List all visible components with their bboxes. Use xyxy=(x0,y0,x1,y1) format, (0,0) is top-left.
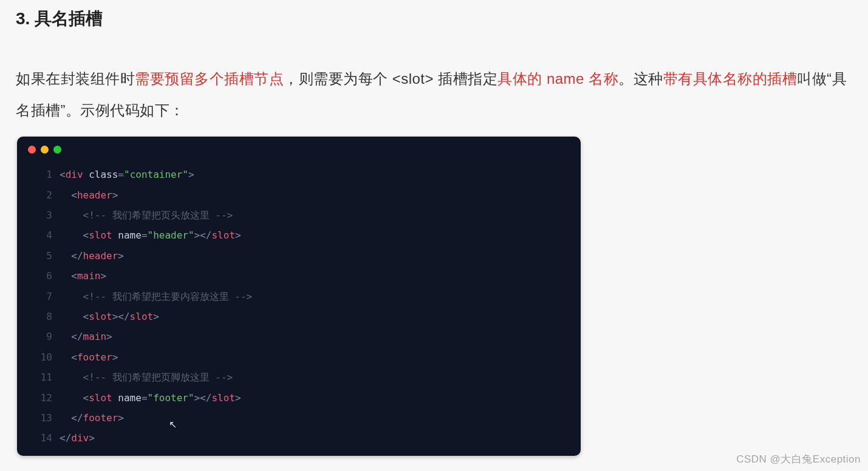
line-number: 14 xyxy=(17,428,60,448)
code-content: <div class="container"> xyxy=(60,164,581,185)
line-number: 6 xyxy=(17,266,60,286)
window-dot-minimize-icon xyxy=(41,146,49,154)
code-token: < xyxy=(71,270,77,282)
code-line: 1<div class="container"> xyxy=(17,164,581,185)
code-token: > xyxy=(194,229,200,241)
line-number: 10 xyxy=(17,347,60,367)
code-token: </ xyxy=(71,331,83,342)
code-token: < xyxy=(71,189,77,201)
code-token: = xyxy=(142,392,148,404)
code-body: 1<div class="container">2 <header>3 <!--… xyxy=(17,162,581,456)
code-token: "footer" xyxy=(148,392,194,404)
code-token xyxy=(112,392,118,404)
code-content: <!-- 我们希望把页脚放这里 --> xyxy=(60,367,581,387)
code-token xyxy=(60,189,71,201)
code-token: > xyxy=(153,311,159,322)
code-content: </div> xyxy=(60,428,581,448)
code-token: > xyxy=(118,250,124,262)
code-token: footer xyxy=(77,351,112,363)
code-token xyxy=(60,270,71,282)
code-content: <slot name="header"></slot> xyxy=(60,225,581,245)
code-token: header xyxy=(83,250,118,262)
code-line: 6 <main> xyxy=(17,266,581,286)
code-content: <header> xyxy=(60,185,581,205)
intro-highlight-1: 需要预留多个插槽节点 xyxy=(135,70,284,87)
code-token: < xyxy=(83,392,89,404)
code-token xyxy=(60,250,71,262)
line-number: 5 xyxy=(17,246,60,266)
code-content: <footer> xyxy=(60,347,581,367)
code-token: div xyxy=(66,169,83,180)
code-content: </footer> xyxy=(60,408,581,428)
code-line: 10 <footer> xyxy=(17,347,581,367)
code-token: > xyxy=(188,169,194,180)
code-token: < xyxy=(71,351,77,363)
code-content: </main> xyxy=(60,327,581,347)
code-token: > xyxy=(89,432,95,444)
code-content: <slot name="footer"></slot> xyxy=(60,388,581,408)
code-token: "container" xyxy=(124,169,188,180)
code-token: slot xyxy=(89,229,112,241)
watermark-text: CSDN @大白兔Exception xyxy=(736,452,861,466)
code-line: 7 <!-- 我们希望把主要内容放这里 --> xyxy=(17,286,581,307)
code-content: <main> xyxy=(60,266,581,286)
code-token: > xyxy=(112,351,118,363)
code-token: > xyxy=(235,392,241,404)
code-token: > xyxy=(112,311,118,322)
code-token: = xyxy=(118,169,124,180)
code-token: name xyxy=(118,229,142,241)
code-token xyxy=(83,169,89,180)
code-token: = xyxy=(142,229,148,241)
code-token xyxy=(60,229,83,241)
code-token: slot xyxy=(211,229,235,241)
line-number: 4 xyxy=(17,225,60,245)
section-title: 3. 具名插槽 xyxy=(16,7,852,30)
code-token: "header" xyxy=(148,229,194,241)
line-number: 7 xyxy=(17,286,60,307)
code-token: main xyxy=(77,270,101,282)
code-content: <slot></slot> xyxy=(60,307,581,327)
code-token: header xyxy=(77,189,112,201)
code-token: > xyxy=(118,412,124,424)
code-line: 9 </main> xyxy=(17,327,581,347)
intro-highlight-3: 带有具体名称的插槽 xyxy=(663,70,798,87)
line-number: 11 xyxy=(17,367,60,387)
intro-highlight-2: 具体的 name 名称 xyxy=(497,70,618,87)
intro-paragraph: 如果在封装组件时需要预留多个插槽节点，则需要为每个 <slot> 插槽指定具体的… xyxy=(16,63,852,126)
code-token: slot xyxy=(89,311,112,322)
code-token: div xyxy=(71,432,89,444)
code-token: <!-- 我们希望把页头放这里 --> xyxy=(83,209,233,221)
code-token xyxy=(60,392,83,404)
code-token: </ xyxy=(200,392,211,404)
line-number: 8 xyxy=(17,307,60,327)
code-token: class xyxy=(89,169,118,180)
intro-text-2: ，则需要为每个 <slot> 插槽指定 xyxy=(284,70,497,87)
line-number: 13 xyxy=(17,408,60,428)
code-token xyxy=(60,209,83,221)
code-token: <!-- 我们希望把页脚放这里 --> xyxy=(83,371,233,383)
code-token: footer xyxy=(83,412,118,424)
code-token: <!-- 我们希望把主要内容放这里 --> xyxy=(83,291,253,302)
code-token: </ xyxy=(200,229,211,241)
code-token: > xyxy=(106,331,112,342)
code-token: < xyxy=(60,169,66,180)
code-token: main xyxy=(83,331,107,342)
code-token: < xyxy=(83,311,89,322)
code-token: slot xyxy=(89,392,112,404)
code-token xyxy=(60,291,83,302)
code-line: 5 </header> xyxy=(17,246,581,266)
code-token xyxy=(60,331,71,342)
code-token: > xyxy=(112,189,118,201)
code-token: > xyxy=(100,270,106,282)
code-token xyxy=(60,371,83,383)
code-token: name xyxy=(118,392,142,404)
code-token: slot xyxy=(211,392,235,404)
code-token xyxy=(60,311,83,322)
code-line: 13 </footer> xyxy=(17,408,581,428)
code-block: 1<div class="container">2 <header>3 <!--… xyxy=(17,137,581,456)
line-number: 3 xyxy=(17,205,60,225)
code-token: > xyxy=(235,229,241,241)
code-token: < xyxy=(83,229,89,241)
code-line: 3 <!-- 我们希望把页头放这里 --> xyxy=(17,205,581,225)
code-content: <!-- 我们希望把主要内容放这里 --> xyxy=(60,286,581,307)
